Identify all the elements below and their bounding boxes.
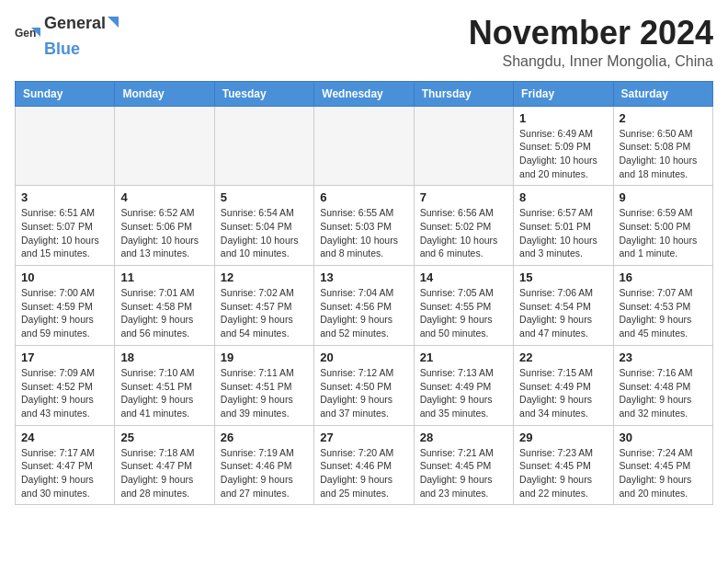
- day-number: 24: [21, 431, 108, 444]
- day-info: Sunrise: 7:11 AM Sunset: 4:51 PM Dayligh…: [221, 366, 308, 420]
- calendar-week-row: 24Sunrise: 7:17 AM Sunset: 4:47 PM Dayli…: [16, 425, 713, 505]
- day-info: Sunrise: 7:09 AM Sunset: 4:52 PM Dayligh…: [21, 366, 108, 420]
- calendar-table: SundayMondayTuesdayWednesdayThursdayFrid…: [15, 81, 713, 506]
- calendar-cell: [115, 106, 214, 186]
- day-info: Sunrise: 7:16 AM Sunset: 4:48 PM Dayligh…: [620, 366, 707, 420]
- calendar-cell: 14Sunrise: 7:05 AM Sunset: 4:55 PM Dayli…: [414, 266, 513, 346]
- weekday-header-thursday: Thursday: [414, 81, 513, 106]
- calendar-cell: [214, 106, 313, 186]
- calendar-cell: 18Sunrise: 7:10 AM Sunset: 4:51 PM Dayli…: [115, 345, 214, 425]
- calendar-cell: 4Sunrise: 6:52 AM Sunset: 5:06 PM Daylig…: [115, 186, 214, 266]
- day-number: 14: [420, 270, 507, 284]
- logo-triangle-icon: [106, 15, 120, 40]
- day-number: 11: [120, 270, 208, 284]
- logo-text: General Blue: [44, 15, 120, 59]
- day-number: 6: [320, 190, 407, 204]
- day-number: 30: [620, 431, 707, 444]
- day-info: Sunrise: 6:57 AM Sunset: 5:01 PM Dayligh…: [519, 206, 607, 260]
- calendar-cell: 10Sunrise: 7:00 AM Sunset: 4:59 PM Dayli…: [16, 266, 115, 346]
- day-info: Sunrise: 7:07 AM Sunset: 4:53 PM Dayligh…: [620, 286, 707, 340]
- calendar-cell: 21Sunrise: 7:13 AM Sunset: 4:49 PM Dayli…: [414, 345, 513, 425]
- day-info: Sunrise: 7:24 AM Sunset: 4:45 PM Dayligh…: [620, 446, 707, 500]
- calendar-cell: 9Sunrise: 6:59 AM Sunset: 5:00 PM Daylig…: [613, 186, 712, 266]
- day-info: Sunrise: 7:10 AM Sunset: 4:51 PM Dayligh…: [120, 366, 208, 420]
- day-info: Sunrise: 7:13 AM Sunset: 4:49 PM Dayligh…: [420, 366, 507, 420]
- calendar-cell: 7Sunrise: 6:56 AM Sunset: 5:02 PM Daylig…: [414, 186, 513, 266]
- day-number: 29: [519, 431, 607, 444]
- day-info: Sunrise: 7:00 AM Sunset: 4:59 PM Dayligh…: [21, 286, 108, 340]
- weekday-header-saturday: Saturday: [613, 81, 712, 106]
- day-number: 16: [620, 270, 707, 284]
- day-number: 15: [519, 270, 607, 284]
- calendar-cell: 30Sunrise: 7:24 AM Sunset: 4:45 PM Dayli…: [613, 425, 712, 505]
- day-info: Sunrise: 7:17 AM Sunset: 4:47 PM Dayligh…: [21, 446, 108, 500]
- calendar-cell: 6Sunrise: 6:55 AM Sunset: 5:03 PM Daylig…: [314, 186, 414, 266]
- day-info: Sunrise: 7:06 AM Sunset: 4:54 PM Dayligh…: [519, 286, 607, 340]
- weekday-header-friday: Friday: [514, 81, 613, 106]
- logo-icon: Gen: [15, 24, 40, 50]
- calendar-cell: 20Sunrise: 7:12 AM Sunset: 4:50 PM Dayli…: [314, 345, 414, 425]
- day-number: 17: [21, 350, 108, 364]
- calendar-week-row: 3Sunrise: 6:51 AM Sunset: 5:07 PM Daylig…: [16, 186, 713, 266]
- calendar-cell: 5Sunrise: 6:54 AM Sunset: 5:04 PM Daylig…: [214, 186, 313, 266]
- day-number: 18: [120, 350, 208, 364]
- logo-general: General: [44, 15, 106, 40]
- calendar-week-row: 1Sunrise: 6:49 AM Sunset: 5:09 PM Daylig…: [16, 106, 713, 186]
- day-number: 22: [519, 350, 607, 364]
- calendar-cell: 27Sunrise: 7:20 AM Sunset: 4:46 PM Dayli…: [314, 425, 414, 505]
- day-info: Sunrise: 6:52 AM Sunset: 5:06 PM Dayligh…: [120, 206, 208, 260]
- day-info: Sunrise: 6:51 AM Sunset: 5:07 PM Dayligh…: [21, 206, 108, 260]
- calendar-cell: [16, 106, 115, 186]
- calendar-cell: 8Sunrise: 6:57 AM Sunset: 5:01 PM Daylig…: [514, 186, 613, 266]
- weekday-header-wednesday: Wednesday: [314, 81, 414, 106]
- calendar-header-row: SundayMondayTuesdayWednesdayThursdayFrid…: [16, 81, 713, 106]
- day-info: Sunrise: 6:59 AM Sunset: 5:00 PM Dayligh…: [620, 206, 707, 260]
- location-title: Shangdu, Inner Mongolia, China: [469, 53, 713, 70]
- calendar-cell: 23Sunrise: 7:16 AM Sunset: 4:48 PM Dayli…: [613, 345, 712, 425]
- calendar-cell: 11Sunrise: 7:01 AM Sunset: 4:58 PM Dayli…: [115, 266, 214, 346]
- calendar-cell: 16Sunrise: 7:07 AM Sunset: 4:53 PM Dayli…: [613, 266, 712, 346]
- calendar-cell: 1Sunrise: 6:49 AM Sunset: 5:09 PM Daylig…: [514, 106, 613, 186]
- day-number: 20: [320, 350, 407, 364]
- day-number: 23: [620, 350, 707, 364]
- calendar-cell: 2Sunrise: 6:50 AM Sunset: 5:08 PM Daylig…: [613, 106, 712, 186]
- day-info: Sunrise: 7:21 AM Sunset: 4:45 PM Dayligh…: [420, 446, 507, 500]
- day-number: 21: [420, 350, 507, 364]
- day-number: 1: [519, 111, 607, 125]
- day-number: 28: [420, 431, 507, 444]
- calendar-week-row: 10Sunrise: 7:00 AM Sunset: 4:59 PM Dayli…: [16, 266, 713, 346]
- day-info: Sunrise: 7:05 AM Sunset: 4:55 PM Dayligh…: [420, 286, 507, 340]
- day-info: Sunrise: 7:12 AM Sunset: 4:50 PM Dayligh…: [320, 366, 407, 420]
- day-number: 27: [320, 431, 407, 444]
- day-info: Sunrise: 7:02 AM Sunset: 4:57 PM Dayligh…: [221, 286, 308, 340]
- day-info: Sunrise: 7:18 AM Sunset: 4:47 PM Dayligh…: [120, 446, 208, 500]
- calendar-cell: 24Sunrise: 7:17 AM Sunset: 4:47 PM Dayli…: [16, 425, 115, 505]
- day-info: Sunrise: 7:19 AM Sunset: 4:46 PM Dayligh…: [221, 446, 308, 500]
- calendar-cell: 28Sunrise: 7:21 AM Sunset: 4:45 PM Dayli…: [414, 425, 513, 505]
- day-number: 26: [221, 431, 308, 444]
- logo: Gen General Blue: [15, 15, 120, 59]
- calendar-cell: 13Sunrise: 7:04 AM Sunset: 4:56 PM Dayli…: [314, 266, 414, 346]
- calendar-cell: 17Sunrise: 7:09 AM Sunset: 4:52 PM Dayli…: [16, 345, 115, 425]
- day-info: Sunrise: 6:55 AM Sunset: 5:03 PM Dayligh…: [320, 206, 407, 260]
- calendar-cell: [314, 106, 414, 186]
- day-number: 10: [21, 270, 108, 284]
- title-block: November 2024 Shangdu, Inner Mongolia, C…: [469, 15, 713, 70]
- calendar-cell: 25Sunrise: 7:18 AM Sunset: 4:47 PM Dayli…: [115, 425, 214, 505]
- calendar-week-row: 17Sunrise: 7:09 AM Sunset: 4:52 PM Dayli…: [16, 345, 713, 425]
- day-number: 13: [320, 270, 407, 284]
- day-info: Sunrise: 6:49 AM Sunset: 5:09 PM Dayligh…: [519, 127, 607, 181]
- calendar-cell: [414, 106, 513, 186]
- day-number: 7: [420, 190, 507, 204]
- weekday-header-sunday: Sunday: [16, 81, 115, 106]
- day-info: Sunrise: 7:01 AM Sunset: 4:58 PM Dayligh…: [120, 286, 208, 340]
- day-info: Sunrise: 6:56 AM Sunset: 5:02 PM Dayligh…: [420, 206, 507, 260]
- day-number: 2: [620, 111, 707, 125]
- weekday-header-tuesday: Tuesday: [214, 81, 313, 106]
- day-info: Sunrise: 7:20 AM Sunset: 4:46 PM Dayligh…: [320, 446, 407, 500]
- weekday-header-monday: Monday: [115, 81, 214, 106]
- svg-marker-2: [108, 17, 119, 28]
- calendar-cell: 15Sunrise: 7:06 AM Sunset: 4:54 PM Dayli…: [514, 266, 613, 346]
- day-number: 5: [221, 190, 308, 204]
- day-number: 4: [120, 190, 208, 204]
